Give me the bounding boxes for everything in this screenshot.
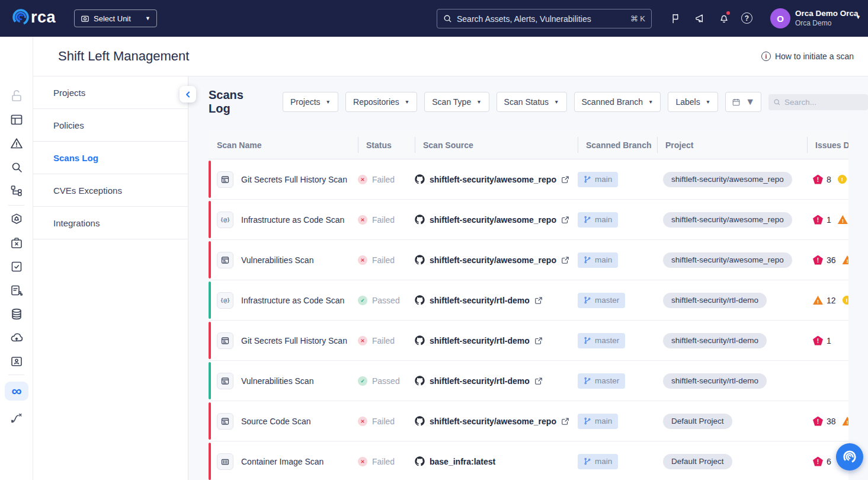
menu-item-cves-exceptions[interactable]: CVEs Exceptions [33,174,188,207]
project-pill: Default Project [663,414,732,429]
select-unit-dropdown[interactable]: Select Unit ▼ [74,9,157,27]
branch-cell: main [578,212,657,228]
status-label: Failed [372,417,395,426]
container-scan-icon [217,453,233,470]
external-link-icon[interactable] [534,296,543,305]
inventory-topology-icon[interactable] [9,184,24,198]
notifications-bell-icon[interactable] [718,12,730,24]
filter-dropdown-scan-type[interactable]: Scan Type ▼ [424,92,489,112]
scan-source-name[interactable]: shiftleft-security/awesome_repo [430,215,556,225]
unlock-icon[interactable] [9,89,24,103]
scan-source-name[interactable]: shiftleft-security/awesome_repo [430,255,556,265]
menu-item-integrations[interactable]: Integrations [33,207,188,239]
scan-source-name[interactable]: shiftleft-security/awesome_repo [430,417,556,426]
kubernetes-icon[interactable] [9,212,24,226]
scan-source-name[interactable]: shiftleft-security/rtl-demo [430,336,530,345]
external-link-icon[interactable] [561,175,569,184]
external-link-icon[interactable] [561,256,569,264]
external-link-icon[interactable] [561,417,569,425]
filter-dropdown-scanned-branch[interactable]: Scanned Branch ▼ [574,92,661,112]
column-header[interactable]: Project [657,131,807,159]
issue-low-badge: ! [838,175,847,184]
status-cell: ✕ Failed [358,215,415,225]
filter-dropdown-label: Scan Status [504,97,549,107]
policies-script-icon[interactable] [9,283,24,297]
status-badge: ✕ [358,175,367,184]
date-filter-dropdown[interactable]: ▼ [725,92,761,112]
scan-source-cell: shiftleft-security/awesome_repo [415,174,578,184]
table-row[interactable]: Vulnerabilities Scan ✕ Failed shiftleft-… [209,240,848,280]
column-header[interactable]: Issues Detected [807,131,848,159]
external-link-icon[interactable] [561,216,569,224]
table-row[interactable]: Git Secrets Full History Scan ✕ Failed s… [209,321,848,361]
column-header[interactable]: Scan Name [209,131,358,159]
scan-name: Infrastructure as Code Scan [241,215,344,225]
scan-source-cell: base_infra:latest [415,456,578,466]
cloud-sync-icon[interactable] [9,331,24,345]
status-label: Failed [372,175,395,184]
alerts-icon[interactable] [9,136,24,151]
scan-source-cell: shiftleft-security/awesome_repo [415,255,578,265]
column-header[interactable]: Scan Source [415,131,578,159]
github-icon [415,335,425,345]
collapse-panel-button[interactable] [180,86,196,103]
issue-medium-badge: ! [813,296,823,305]
data-security-database-icon[interactable] [9,307,24,321]
issue-high-badge: ! [813,175,823,184]
external-link-icon[interactable] [534,337,543,345]
flag-icon[interactable] [671,12,683,24]
announcements-icon[interactable] [694,12,706,24]
filter-dropdown-labels[interactable]: Labels ▼ [668,92,718,112]
identity-card-icon[interactable] [9,354,24,369]
global-search-input[interactable] [457,14,626,24]
scan-source-name[interactable]: shiftleft-security/rtl-demo [430,376,530,386]
attack-path-icon[interactable] [9,411,24,425]
report-scan-icon [217,252,233,268]
iac-scan-icon: {@} [217,292,233,309]
scan-source-name[interactable]: base_infra:latest [430,457,495,466]
table-row[interactable]: {@} Infrastructure as Code Scan ✕ Failed… [209,200,848,240]
discovery-search-icon[interactable] [9,160,24,174]
search-icon [443,14,452,23]
table-row[interactable]: {@} Infrastructure as Code Scan ✓ Passed… [209,280,848,321]
help-icon[interactable]: ? [741,12,752,24]
menu-item-label: Projects [53,88,85,98]
issue-count: 36 [827,255,836,265]
git-branch-icon [584,256,591,264]
menu-item-projects[interactable]: Projects [33,76,188,109]
how-to-initiate-scan-link[interactable]: i How to initiate a scan [761,52,854,61]
avatar[interactable]: O [770,8,790,28]
scan-source-name[interactable]: shiftleft-security/rtl-demo [430,296,530,305]
branch-pill: main [578,172,618,187]
compliance-check-icon[interactable] [9,260,24,274]
menu-item-policies[interactable]: Policies [33,109,188,142]
filter-dropdown-label: Scan Type [432,97,471,107]
column-header[interactable]: Status [358,131,415,159]
menu-item-label: Policies [53,120,84,130]
user-menu[interactable]: Orca Demo Orca Orca Demo [795,8,859,28]
table-search-input[interactable] [784,98,863,107]
orca-assistant-button[interactable] [836,443,863,471]
column-header[interactable]: Scanned Branch [578,131,657,159]
filter-dropdown-repositories[interactable]: Repositories ▼ [345,92,417,112]
orca-logo[interactable]: rca [12,8,56,26]
global-search[interactable]: ⌘ K [437,9,652,28]
scan-name-cell: {@} Infrastructure as Code Scan [209,212,358,228]
table-row[interactable]: Vulnerabilities Scan ✓ Passed shiftleft-… [209,361,848,401]
shift-left-infinity-icon[interactable]: ∞ [5,382,28,401]
registry-box-icon[interactable] [9,236,24,250]
status-badge: ✕ [358,336,367,345]
dashboard-icon[interactable] [9,113,24,127]
filter-dropdown-scan-status[interactable]: Scan Status ▼ [497,92,567,112]
table-row[interactable]: Git Secrets Full History Scan ✕ Failed s… [209,159,848,200]
table-row[interactable]: Container Image Scan ✕ Failed base_infra… [209,441,848,480]
external-link-icon[interactable] [534,377,543,385]
scan-source-name[interactable]: shiftleft-security/awesome_repo [430,175,556,184]
project-cell: Default Project [657,454,807,469]
table-search[interactable] [768,94,868,110]
menu-item-scans-log[interactable]: Scans Log [33,142,188,174]
table-row[interactable]: Source Code Scan ✕ Failed shiftleft-secu… [209,401,848,441]
scan-source-cell: shiftleft-security/rtl-demo [415,335,578,345]
user-menu-caret-icon[interactable]: ▼ [856,14,861,20]
filter-dropdown-projects[interactable]: Projects ▼ [283,92,338,112]
